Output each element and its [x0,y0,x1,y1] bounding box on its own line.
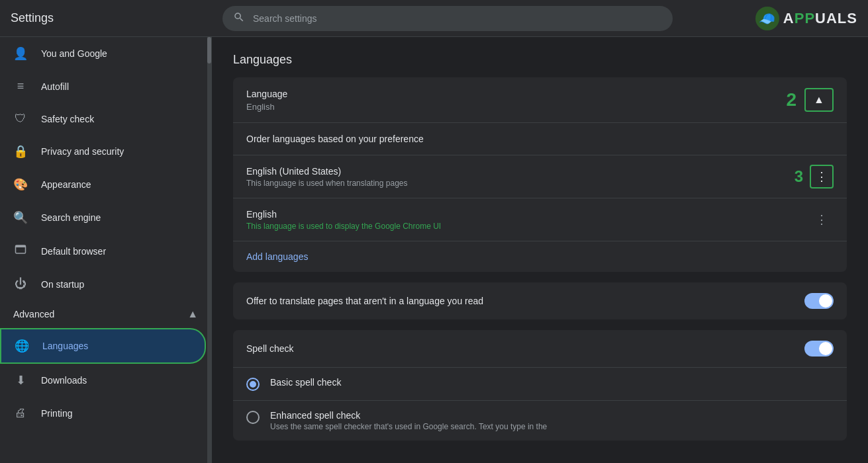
lang-list-name: English [246,209,810,220]
search-icon [233,11,245,26]
lang-list-info: English This language is used to display… [246,209,810,231]
translate-toggle-card: Offer to translate pages that aren't in … [233,282,847,319]
add-languages-row: Add languages [233,241,847,272]
page-title: Languages [233,53,847,67]
advanced-section-header[interactable]: Advanced ▲ [0,300,211,328]
print-icon: 🖨 [13,406,28,420]
translate-toggle-label: Offer to translate pages that aren't in … [246,296,804,306]
appuals-logo: 🧢 APPUALS [755,7,857,30]
sidebar-item-label: Safety check [41,114,94,124]
sidebar-item-label: On startup [41,279,84,290]
enhanced-spell-check-row: Enhanced spell check Uses the same spell… [233,400,847,441]
sidebar-item-privacy-and-security[interactable]: 🔒 Privacy and security [0,135,206,168]
language-options-button-us[interactable]: ⋮ [810,165,834,189]
content-area: Languages Language English 2 ▲ Order lan… [212,37,868,463]
language-label: Language [246,89,786,99]
sidebar-item-downloads[interactable]: ⬇ Downloads [0,364,206,397]
sidebar-item-search-engine[interactable]: 🔍 Search engine [0,201,206,234]
header: Settings 🧢 APPUALS [0,0,868,37]
sidebar-item-label: Search engine [41,212,101,223]
lang-list-desc-green: This language is used to display the Goo… [246,222,810,231]
lang-list-desc: This language is used when translating p… [246,179,795,188]
step-2-badge: 2 [786,89,796,110]
search-engine-icon: 🔍 [13,210,28,225]
browser-icon [13,243,28,259]
svg-rect-1 [16,245,26,247]
order-languages-header: Order languages based on your preference [233,123,847,155]
lock-icon: 🔒 [13,144,28,159]
enhanced-spell-check-label: Enhanced spell check [270,410,834,421]
step-3-badge: 3 [795,167,803,186]
basic-spell-check-row: Basic spell check [233,367,847,400]
basic-spell-check-label: Basic spell check [270,377,834,388]
enhanced-spell-check-radio[interactable] [246,411,260,424]
shield-icon: 🛡 [13,112,28,126]
spell-check-toggle-row: Spell check [233,330,847,367]
main-layout: 👤 You and Google ≡ Autofill 🛡 Safety che… [0,37,868,463]
sidebar-item-label: Languages [42,341,88,351]
spell-check-toggle[interactable] [804,341,834,357]
language-info: Language English [246,89,786,112]
radio-info: Basic spell check [270,377,834,388]
language-controls: 2 ▲ [786,88,834,112]
sidebar-item-label: Printing [41,408,72,419]
spell-check-label: Spell check [246,343,804,354]
basic-spell-check-radio[interactable] [246,378,260,391]
sidebar-item-label: Privacy and security [41,146,124,157]
lang-item-controls: ⋮ [810,208,834,232]
sidebar-item-label: Autofill [41,81,69,92]
sidebar-item-safety-check[interactable]: 🛡 Safety check [0,103,206,135]
palette-icon: 🎨 [13,177,28,192]
sidebar-item-label: You and Google [41,48,107,59]
search-bar [222,6,673,31]
advanced-label: Advanced [13,309,174,319]
sidebar-item-languages[interactable]: 🌐 Languages [0,328,206,364]
language-list-item-english: English This language is used to display… [233,198,847,241]
sidebar-item-autofill[interactable]: ≡ Autofill [0,70,206,103]
sidebar-item-label: Appearance [41,179,91,190]
sidebar-item-default-browser[interactable]: Default browser [0,234,206,268]
expand-language-button[interactable]: ▲ [804,88,834,112]
scrollbar-track[interactable] [207,37,211,463]
lang-list-info: English (United States) This language is… [246,166,795,188]
language-value: English [246,102,786,112]
sidebar-item-appearance[interactable]: 🎨 Appearance [0,168,206,201]
language-options-button-english[interactable]: ⋮ [810,208,834,232]
lang-list-name: English (United States) [246,166,795,177]
scrollbar-thumb[interactable] [207,37,211,63]
language-list-item-english-us: English (United States) This language is… [233,155,847,198]
chevron-up-icon: ▲ [187,308,198,320]
logo-icon: 🧢 [755,7,779,30]
language-row: Language English 2 ▲ [233,77,847,123]
search-input[interactable] [253,13,662,24]
translate-toggle[interactable] [804,293,834,309]
startup-icon: ⏻ [13,277,28,291]
sidebar-item-label: Downloads [41,375,87,386]
lang-item-controls: 3 ⋮ [795,165,834,189]
add-languages-button[interactable]: Add languages [246,251,308,262]
autofill-icon: ≡ [13,79,28,93]
download-icon: ⬇ [13,373,28,388]
spell-check-card: Spell check Basic spell check Enhanced s… [233,330,847,441]
person-icon: 👤 [13,46,28,61]
sidebar: 👤 You and Google ≡ Autofill 🛡 Safety che… [0,37,212,463]
sidebar-item-printing[interactable]: 🖨 Printing [0,397,206,429]
sidebar-item-label: Default browser [41,246,106,257]
language-card: Language English 2 ▲ Order languages bas… [233,77,847,272]
globe-icon: 🌐 [15,339,29,353]
logo-text: APPUALS [783,10,857,27]
radio-info-enhanced: Enhanced spell check Uses the same spell… [270,410,834,431]
sidebar-item-on-startup[interactable]: ⏻ On startup [0,268,206,300]
enhanced-spell-check-desc: Uses the same spell checker that's used … [270,422,834,431]
sidebar-item-you-and-google[interactable]: 👤 You and Google [0,37,206,70]
translate-toggle-row: Offer to translate pages that aren't in … [233,282,847,319]
settings-title: Settings [11,11,222,25]
